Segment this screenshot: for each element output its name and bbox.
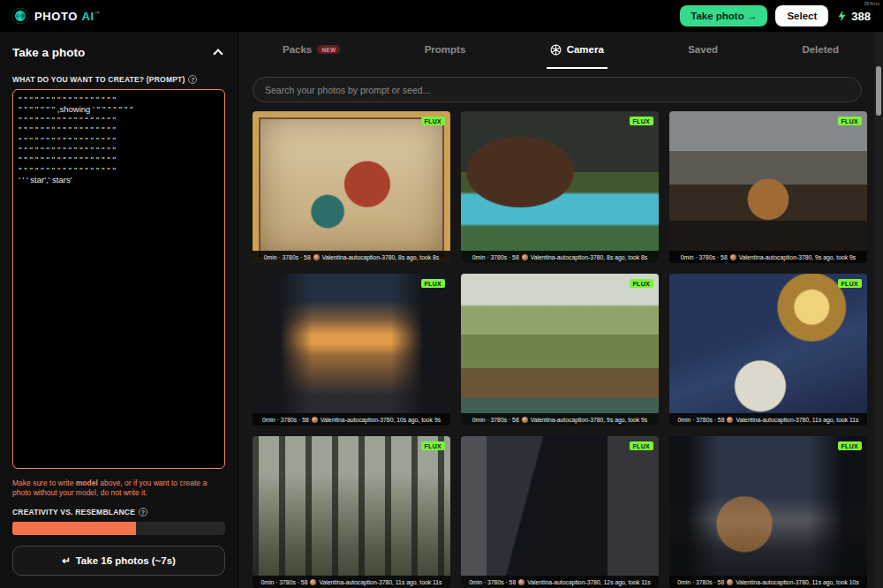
search-input[interactable] — [253, 77, 862, 102]
take-16-photos-button[interactable]: ↵ Take 16 photos (~7s) — [12, 546, 225, 576]
sidebar-footer: ↵ Take 16 photos (~7s) — [0, 537, 238, 588]
creativity-slider[interactable] — [12, 522, 225, 535]
photo-grid: FLUX 0min · 3780s · 58 Valentina-autocap… — [238, 102, 883, 588]
help-icon[interactable]: ? — [188, 75, 197, 84]
photo-info: Valentina-autocaption-3780, 9s ago, took… — [531, 417, 648, 423]
photo-card-misty-forest[interactable]: FLUX 0min · 3780s · 58 Valentina-autocap… — [253, 436, 450, 588]
photo-ai-logo[interactable]: PHOTO AI™ — [12, 8, 100, 24]
flux-badge: FLUX — [838, 441, 862, 450]
photo-info: Valentina-autocaption-3780, 11s ago, too… — [736, 579, 859, 585]
photo-card-guitar-player[interactable]: FLUX 0min · 3780s · 58 Valentina-autocap… — [669, 111, 867, 263]
photo-meta: 0min · 3780s · 58 — [472, 417, 519, 423]
model-avatar-icon — [727, 579, 733, 585]
photo-info: Valentina-autocaption-3780, 8s ago, took… — [322, 254, 440, 260]
photo-info: Valentina-autocaption-3780, 12s ago, too… — [527, 579, 651, 585]
tab-bar: Packs NEW Prompts Camera Saved Deleted — [238, 32, 883, 69]
flux-badge: FLUX — [630, 279, 653, 288]
prompt-label: WHAT DO YOU WANT TO CREATE? (PROMPT) ? — [12, 75, 225, 84]
scrollbar-thumb[interactable] — [876, 66, 881, 116]
tab-saved-label: Saved — [688, 44, 718, 55]
header: PHOTO AI™ 354ms Take photo → Select 388 — [0, 0, 883, 32]
credits-count: 388 — [851, 10, 871, 23]
photo-card-storefront[interactable]: FLUX 0min · 3780s · 58 Valentina-autocap… — [461, 436, 659, 588]
model-avatar-icon — [312, 417, 318, 423]
take-a-photo-panel-header[interactable]: Take a photo — [12, 46, 225, 59]
photo-meta: 0min · 3780s · 58 — [262, 417, 309, 423]
photo-caption: 0min · 3780s · 58 Valentina-autocaption-… — [253, 413, 450, 426]
logo-text: PHOTO AI™ — [34, 8, 100, 24]
new-badge: NEW — [317, 45, 340, 54]
tab-packs[interactable]: Packs NEW — [279, 32, 343, 69]
page-scrollbar[interactable] — [874, 32, 883, 588]
photo-caption: 0min · 3780s · 58 Valentina-autocaption-… — [461, 251, 659, 263]
flux-badge: FLUX — [630, 441, 653, 450]
photo-card-pool-scene[interactable]: FLUX 0min · 3780s · 58 Valentina-autocap… — [461, 111, 659, 263]
prompt-label-text: WHAT DO YOU WANT TO CREATE? (PROMPT) — [12, 75, 185, 84]
photo-info: Valentina-autocaption-3780, 11s ago, too… — [736, 417, 858, 423]
take-photo-button[interactable]: Take photo → — [680, 5, 767, 26]
photo-card-vintage-poster[interactable]: FLUX 0min · 3780s · 58 Valentina-autocap… — [253, 111, 450, 263]
collapse-chevron-icon[interactable] — [213, 49, 223, 58]
photo-card-canal-sunset[interactable]: FLUX 0min · 3780s · 58 Valentina-autocap… — [253, 274, 450, 426]
select-button[interactable]: Select — [775, 5, 828, 26]
panel-title: Take a photo — [12, 46, 85, 59]
model-avatar-icon — [518, 579, 525, 585]
photo-info: Valentina-autocaption-3780, 9s ago, took… — [739, 254, 857, 260]
photo-caption: 0min · 3780s · 58 Valentina-autocaption-… — [461, 576, 659, 588]
photo-info: Valentina-autocaption-3780, 10s ago, too… — [321, 417, 441, 423]
sidebar: Take a photo WHAT DO YOU WANT TO CREATE?… — [0, 32, 238, 588]
flux-badge: FLUX — [421, 441, 445, 450]
spiral-logo-icon — [12, 8, 28, 24]
tab-packs-label: Packs — [283, 44, 312, 55]
photo-card-pastoral-painting[interactable]: FLUX 0min · 3780s · 58 Valentina-autocap… — [461, 274, 659, 426]
model-avatar-icon — [522, 417, 528, 423]
model-note: Make sure to write model above, or if yo… — [12, 479, 225, 498]
logo-trademark: ™ — [94, 11, 100, 16]
prompt-input[interactable]: '' '' '' '' '' '' '' '' '' '' '' '' '' '… — [12, 89, 225, 469]
tab-deleted-label: Deleted — [802, 44, 839, 55]
model-avatar-icon — [730, 254, 736, 260]
credits-counter[interactable]: 388 — [836, 9, 871, 23]
model-note-bold: model — [76, 479, 98, 487]
model-avatar-icon — [727, 417, 733, 423]
model-avatar-icon — [310, 579, 316, 585]
flux-badge: FLUX — [630, 117, 653, 125]
tab-prompts[interactable]: Prompts — [421, 32, 470, 69]
photo-meta: 0min · 3780s · 58 — [677, 579, 724, 585]
photo-meta: 0min · 3780s · 58 — [469, 579, 516, 585]
photo-card-fantasy-rider[interactable]: FLUX 0min · 3780s · 58 Valentina-autocap… — [669, 274, 867, 426]
header-actions: Take photo → Select 388 — [680, 5, 871, 26]
logo-ai-text: AI — [81, 10, 94, 23]
model-avatar-icon — [522, 254, 528, 260]
tab-prompts-label: Prompts — [425, 44, 466, 55]
photo-info: Valentina-autocaption-3780, 8s ago, took… — [531, 254, 648, 260]
flux-badge: FLUX — [838, 279, 862, 288]
photo-caption: 0min · 3780s · 58 Valentina-autocaption-… — [669, 251, 867, 263]
logo-photo-text: PHOTO — [34, 10, 78, 23]
photo-card-city-dusk[interactable]: FLUX 0min · 3780s · 58 Valentina-autocap… — [669, 436, 867, 588]
tab-deleted[interactable]: Deleted — [798, 32, 842, 69]
model-note-pre: Make sure to write — [12, 479, 76, 487]
photo-caption: 0min · 3780s · 58 Valentina-autocaption-… — [669, 413, 867, 426]
take-16-photos-label: Take 16 photos (~7s) — [76, 555, 176, 566]
photo-caption: 0min · 3780s · 58 Valentina-autocaption-… — [253, 576, 450, 588]
tab-camera-label: Camera — [567, 44, 604, 55]
photo-meta: 0min · 3780s · 58 — [264, 254, 311, 260]
latency-readout: 354ms — [864, 1, 879, 6]
lightning-bolt-icon — [836, 9, 849, 23]
help-icon[interactable]: ? — [139, 508, 147, 516]
flux-badge: FLUX — [838, 117, 862, 125]
photo-meta: 0min · 3780s · 58 — [681, 254, 728, 260]
flux-badge: FLUX — [421, 117, 445, 125]
tab-saved[interactable]: Saved — [684, 32, 721, 69]
return-key-icon: ↵ — [62, 554, 71, 567]
model-avatar-icon — [313, 254, 320, 260]
tab-camera[interactable]: Camera — [547, 32, 608, 69]
creativity-label-text: CREATIVITY VS. RESEMBLANCE — [12, 508, 135, 516]
photo-caption: 0min · 3780s · 58 Valentina-autocaption-… — [461, 413, 659, 426]
flux-badge: FLUX — [421, 279, 445, 288]
photo-caption: 0min · 3780s · 58 Valentina-autocaption-… — [253, 251, 450, 263]
photo-meta: 0min · 3780s · 58 — [678, 417, 725, 423]
photo-info: Valentina-autocaption-3780, 11s ago, too… — [319, 579, 442, 585]
photo-meta: 0min · 3780s · 58 — [472, 254, 519, 260]
